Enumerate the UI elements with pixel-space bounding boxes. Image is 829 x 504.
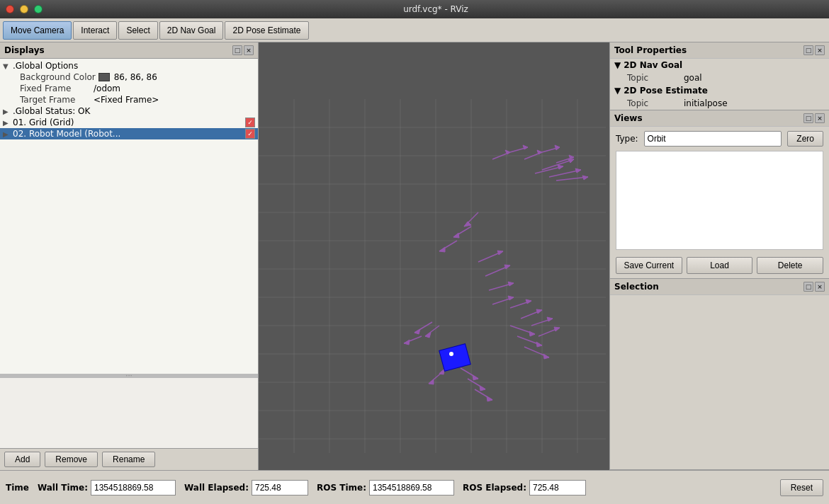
wall-elapsed-input[interactable] [252, 480, 308, 496]
svg-marker-52 [508, 296, 514, 300]
tool-properties-title: Tool Properties [614, 45, 687, 55]
remove-display-button[interactable]: Remove [45, 452, 98, 467]
pose-estimate-topic-row: Topic initialpose [610, 97, 829, 110]
3d-viewport[interactable] [259, 42, 609, 470]
nav-goal-label: 2D Nav Goal [624, 60, 682, 70]
views-action-buttons: Save Current Load Delete [610, 254, 829, 278]
displays-bottom-area [0, 377, 258, 448]
close-button[interactable] [6, 5, 14, 13]
pose-estimate-header: ▼ 2D Pose Estimate [610, 84, 829, 97]
background-color-swatch[interactable] [98, 73, 110, 81]
global-status-expand: ▶ [3, 108, 10, 115]
main-area: Displays □ × ▼ .Global Options Backgroun… [0, 42, 829, 470]
robot-display-item[interactable]: ▶ 02. Robot Model (Robot... [0, 128, 258, 139]
svg-rect-83 [439, 344, 470, 372]
global-status-item[interactable]: ▶ .Global Status: OK [0, 105, 258, 117]
grid-label: 01. Grid (Grid) [13, 118, 74, 127]
nav-goal-topic-row: Topic goal [610, 71, 829, 84]
pose-estimate-topic-label: Topic [627, 98, 684, 108]
svg-marker-42 [453, 233, 459, 238]
global-options-expand: ▼ [3, 62, 10, 70]
maximize-button[interactable] [34, 5, 43, 13]
add-display-button[interactable]: Add [4, 452, 40, 467]
displays-tree: ▼ .Global Options Background Color 86, 8… [0, 59, 258, 374]
background-color-prop: Background Color 86, 86, 86 [0, 71, 258, 83]
svg-marker-64 [536, 342, 542, 347]
views-type-row: Type: Orbit FPS ThirdPersonFollower TopD… [610, 127, 829, 151]
global-options-item[interactable]: ▼ .Global Options [0, 60, 258, 71]
delete-button[interactable]: Delete [757, 257, 823, 274]
grid-checkbox[interactable] [245, 118, 255, 127]
pose-estimate-topic-value: initialpose [684, 98, 728, 108]
views-header: Views □ × [610, 110, 829, 127]
ros-time-input[interactable] [369, 480, 454, 496]
tool-props-close-icon[interactable]: × [815, 45, 825, 55]
target-frame-prop: Target Frame <Fixed Frame> [0, 94, 258, 105]
rename-display-button[interactable]: Rename [102, 452, 155, 467]
pose-estimate-label: 2D Pose Estimate [624, 86, 708, 96]
grid-display-item[interactable]: ▶ 01. Grid (Grid) [0, 117, 258, 128]
svg-marker-78 [497, 251, 503, 255]
views-list[interactable] [616, 151, 823, 250]
2d-pose-estimate-button[interactable]: 2D Pose Estimate [225, 21, 308, 40]
target-frame-label: Target Frame [20, 95, 91, 105]
tool-properties-header: Tool Properties □ × [610, 42, 829, 59]
svg-marker-58 [547, 317, 553, 321]
select-button[interactable]: Select [118, 21, 157, 40]
titlebar: urdf.vcg* - RViz [0, 0, 829, 18]
ros-time-label: ROS Time: [317, 483, 366, 493]
displays-action-buttons: Add Remove Rename [0, 448, 258, 470]
save-current-button[interactable]: Save Current [616, 257, 682, 274]
robot-label: 02. Robot Model (Robot... [13, 129, 120, 139]
toolbar: Move Camera Interact Select 2D Nav Goal … [0, 18, 829, 42]
load-button[interactable]: Load [687, 257, 753, 274]
svg-marker-80 [504, 265, 510, 269]
views-section: Views □ × Type: Orbit FPS ThirdPersonFol… [610, 110, 829, 279]
grid-expand: ▶ [3, 119, 10, 127]
svg-marker-62 [529, 331, 535, 336]
svg-marker-38 [582, 176, 588, 180]
2d-nav-goal-button[interactable]: 2D Nav Goal [159, 21, 224, 40]
svg-marker-56 [536, 309, 542, 314]
views-expand-icon[interactable]: □ [803, 113, 813, 123]
interact-button[interactable]: Interact [73, 21, 117, 40]
reset-button[interactable]: Reset [780, 479, 823, 496]
selection-header: Selection □ × [610, 279, 829, 295]
move-camera-button[interactable]: Move Camera [3, 21, 72, 40]
svg-point-84 [449, 352, 453, 356]
selection-title: Selection [614, 282, 659, 292]
nav-goal-header: ▼ 2D Nav Goal [610, 59, 829, 71]
svg-marker-44 [439, 247, 445, 252]
right-panel: Tool Properties □ × ▼ 2D Nav Goal Topic … [609, 42, 829, 470]
wall-time-field: Wall Time: [38, 480, 176, 496]
nav-goal-topic-label: Topic [627, 73, 684, 83]
robot-expand: ▶ [3, 130, 10, 138]
selection-close-icon[interactable]: × [815, 282, 825, 292]
views-type-select[interactable]: Orbit FPS ThirdPersonFollower TopDownOrt… [644, 131, 782, 147]
ros-elapsed-input[interactable] [529, 480, 586, 496]
tool-properties-section: Tool Properties □ × ▼ 2D Nav Goal Topic … [610, 42, 829, 110]
svg-marker-36 [575, 168, 581, 173]
svg-marker-70 [429, 379, 434, 384]
wall-elapsed-label: Wall Elapsed: [184, 483, 249, 493]
ros-elapsed-field: ROS Elapsed: [463, 480, 586, 496]
zero-button[interactable]: Zero [787, 131, 823, 147]
svg-marker-66 [543, 354, 549, 359]
svg-marker-54 [526, 299, 531, 304]
svg-marker-60 [554, 327, 560, 331]
window-title: urdf.vcg* - RViz [48, 4, 823, 14]
robot-checkbox[interactable] [245, 129, 255, 139]
minimize-button[interactable] [20, 5, 28, 13]
displays-close-icon[interactable]: × [244, 45, 254, 55]
ros-elapsed-label: ROS Elapsed: [463, 483, 526, 493]
fixed-frame-prop: Fixed Frame /odom [0, 83, 258, 94]
statusbar: Time Wall Time: Wall Elapsed: ROS Time: … [0, 470, 829, 504]
selection-expand-icon[interactable]: □ [803, 282, 813, 292]
views-close-icon[interactable]: × [815, 113, 825, 123]
tool-props-expand-icon[interactable]: □ [803, 45, 813, 55]
displays-panel-header: Displays □ × [0, 42, 258, 59]
grid-overlay [259, 42, 609, 470]
displays-expand-icon[interactable]: □ [232, 45, 242, 55]
wall-time-input[interactable] [91, 480, 176, 496]
ros-time-field: ROS Time: [317, 480, 454, 496]
